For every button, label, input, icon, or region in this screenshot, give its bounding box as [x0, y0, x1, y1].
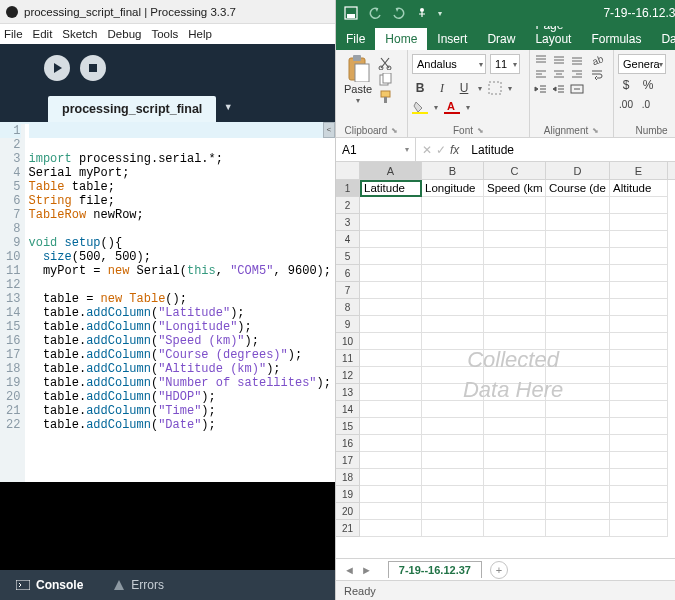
cell[interactable] — [360, 299, 422, 316]
ribbon-tab-draw[interactable]: Draw — [477, 28, 525, 50]
cell[interactable] — [422, 401, 484, 418]
cell[interactable] — [484, 248, 546, 265]
stop-button[interactable] — [80, 55, 106, 81]
select-all-corner[interactable] — [336, 162, 360, 180]
cell[interactable] — [484, 197, 546, 214]
cell[interactable] — [546, 214, 610, 231]
cell[interactable] — [422, 418, 484, 435]
sketch-tab[interactable]: processing_script_final — [48, 96, 216, 122]
console-tab[interactable]: Console — [16, 578, 83, 592]
cell[interactable] — [422, 299, 484, 316]
cell[interactable] — [610, 520, 668, 537]
cell[interactable] — [610, 248, 668, 265]
cell[interactable] — [546, 197, 610, 214]
cell[interactable] — [610, 214, 668, 231]
row-header[interactable]: 3 — [336, 214, 359, 231]
cell[interactable] — [546, 384, 610, 401]
bold-button[interactable]: B — [412, 80, 428, 96]
font-color-icon[interactable]: A — [444, 100, 460, 114]
cell[interactable] — [484, 452, 546, 469]
cell[interactable] — [610, 197, 668, 214]
sheet-nav-prev-icon[interactable]: ◄ — [344, 564, 355, 576]
row-header[interactable]: 21 — [336, 520, 359, 537]
row-header[interactable]: 19 — [336, 486, 359, 503]
cell[interactable]: Speed (km — [484, 180, 546, 197]
cell[interactable] — [610, 401, 668, 418]
cell[interactable] — [484, 299, 546, 316]
col-header[interactable]: A — [360, 162, 422, 179]
align-top-icon[interactable] — [534, 54, 548, 66]
cell[interactable] — [360, 418, 422, 435]
run-button[interactable] — [44, 55, 70, 81]
cell[interactable] — [360, 197, 422, 214]
cell[interactable] — [422, 248, 484, 265]
cell[interactable] — [422, 265, 484, 282]
cell[interactable]: Altitude — [610, 180, 668, 197]
cell[interactable] — [422, 435, 484, 452]
cell[interactable] — [422, 469, 484, 486]
undo-icon[interactable] — [368, 7, 382, 19]
cell[interactable]: Latitude — [360, 180, 422, 197]
cell[interactable] — [546, 469, 610, 486]
cell[interactable] — [610, 350, 668, 367]
cell[interactable] — [422, 231, 484, 248]
cell[interactable] — [484, 367, 546, 384]
cell[interactable] — [484, 503, 546, 520]
cell[interactable] — [360, 384, 422, 401]
cell[interactable] — [360, 486, 422, 503]
cell[interactable] — [484, 282, 546, 299]
cell[interactable] — [422, 316, 484, 333]
tab-menu-button[interactable]: ▼ — [220, 92, 236, 122]
row-header[interactable]: 10 — [336, 333, 359, 350]
cancel-icon[interactable]: ✕ — [422, 143, 432, 157]
cell[interactable] — [610, 367, 668, 384]
cell[interactable] — [546, 401, 610, 418]
redo-icon[interactable] — [392, 7, 406, 19]
cell[interactable] — [422, 282, 484, 299]
cell[interactable] — [360, 265, 422, 282]
cells-area[interactable]: LatitudeLongitudeSpeed (kmCourse (deAlti… — [360, 180, 675, 558]
border-icon[interactable] — [488, 81, 502, 95]
align-middle-icon[interactable] — [552, 54, 566, 66]
increase-decimal-icon[interactable]: .00 — [618, 96, 634, 112]
cell[interactable] — [610, 333, 668, 350]
cell[interactable]: Longitude — [422, 180, 484, 197]
formula-input[interactable]: Latitude — [465, 143, 675, 157]
italic-button[interactable]: I — [434, 80, 450, 96]
cell[interactable] — [484, 316, 546, 333]
cell[interactable] — [610, 282, 668, 299]
cell[interactable] — [422, 214, 484, 231]
cell[interactable] — [422, 452, 484, 469]
row-header[interactable]: 20 — [336, 503, 359, 520]
cell[interactable] — [610, 486, 668, 503]
col-header[interactable]: D — [546, 162, 610, 179]
row-header[interactable]: 7 — [336, 282, 359, 299]
cell[interactable] — [360, 503, 422, 520]
decrease-decimal-icon[interactable]: .0 — [638, 96, 654, 112]
number-format-select[interactable]: Genera — [618, 54, 666, 74]
row-header[interactable]: 15 — [336, 418, 359, 435]
save-icon[interactable] — [344, 6, 358, 20]
cell[interactable] — [546, 248, 610, 265]
row-header[interactable]: 6 — [336, 265, 359, 282]
row-header[interactable]: 13 — [336, 384, 359, 401]
cell[interactable] — [610, 299, 668, 316]
cell[interactable] — [484, 435, 546, 452]
increase-indent-icon[interactable] — [552, 83, 566, 95]
menu-help[interactable]: Help — [188, 28, 212, 40]
cell[interactable] — [546, 486, 610, 503]
cell[interactable] — [546, 231, 610, 248]
cell[interactable] — [484, 333, 546, 350]
cell[interactable] — [546, 350, 610, 367]
cell[interactable] — [360, 401, 422, 418]
currency-icon[interactable]: $ — [618, 77, 634, 93]
cell[interactable] — [422, 486, 484, 503]
row-header[interactable]: 5 — [336, 248, 359, 265]
menu-sketch[interactable]: Sketch — [62, 28, 97, 40]
orientation-icon[interactable]: ab — [590, 54, 604, 66]
ribbon-tab-formulas[interactable]: Formulas — [581, 28, 651, 50]
align-bottom-icon[interactable] — [570, 54, 584, 66]
row-header[interactable]: 12 — [336, 367, 359, 384]
cell[interactable] — [422, 367, 484, 384]
row-header[interactable]: 18 — [336, 469, 359, 486]
